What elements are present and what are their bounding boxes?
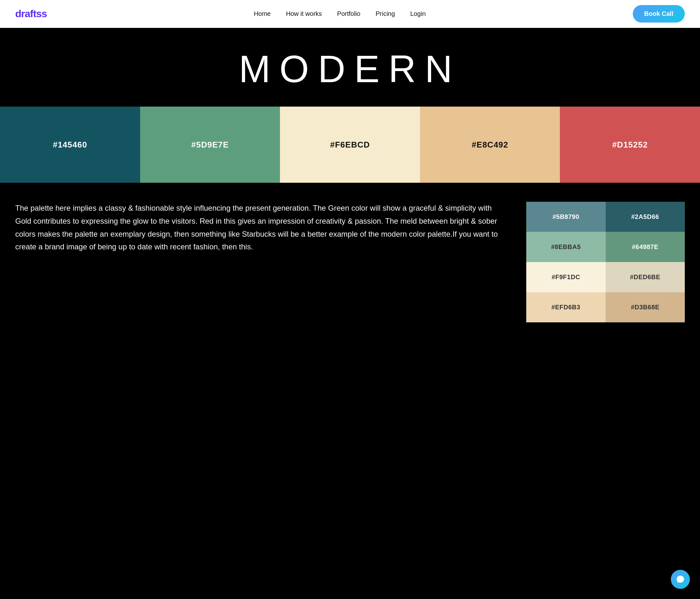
- nav-home[interactable]: Home: [254, 10, 271, 17]
- palette-swatch-label: #F6EBCD: [330, 140, 370, 150]
- navbar: draftss Home How it works Portfolio Pric…: [0, 0, 700, 28]
- hero-title: MODERN: [0, 47, 700, 91]
- color-grid: #5B8790#2A5D66#8EBBA5#64987E#F9F1DC#DED6…: [526, 202, 685, 322]
- hero-section: MODERN: [0, 28, 700, 106]
- nav-links: Home How it works Portfolio Pricing Logi…: [254, 10, 426, 18]
- nav-login[interactable]: Login: [410, 10, 426, 17]
- color-grid-cell: #2A5D66: [605, 202, 685, 232]
- color-grid-cell: #64987E: [605, 232, 685, 262]
- book-call-button[interactable]: Book Call: [633, 5, 685, 23]
- content-section: The palette here implies a classy & fash…: [0, 183, 700, 341]
- color-grid-area: #5B8790#2A5D66#8EBBA5#64987E#F9F1DC#DED6…: [526, 202, 685, 322]
- palette-swatch-label: #D15252: [612, 140, 648, 150]
- color-grid-cell: #DED6BE: [605, 262, 685, 292]
- palette-swatch-label: #E8C492: [472, 140, 508, 150]
- palette-swatch: #E8C492: [420, 106, 560, 183]
- palette-swatch-label: #5D9E7E: [191, 140, 229, 150]
- nav-pricing[interactable]: Pricing: [376, 10, 395, 17]
- logo: draftss: [15, 8, 47, 20]
- palette-strip: #145460#5D9E7E#F6EBCD#E8C492#D15252: [0, 106, 700, 183]
- palette-swatch: #F6EBCD: [280, 106, 420, 183]
- palette-swatch-label: #145460: [53, 140, 87, 150]
- palette-swatch: #5D9E7E: [140, 106, 280, 183]
- palette-swatch: #145460: [0, 106, 140, 183]
- color-grid-cell: #EFD6B3: [526, 292, 605, 322]
- color-grid-cell: #5B8790: [526, 202, 605, 232]
- nav-portfolio[interactable]: Portfolio: [337, 10, 360, 17]
- palette-swatch: #D15252: [560, 106, 700, 183]
- color-grid-cell: #D3B68E: [605, 292, 685, 322]
- nav-how-it-works[interactable]: How it works: [286, 10, 322, 17]
- color-grid-cell: #8EBBA5: [526, 232, 605, 262]
- color-grid-cell: #F9F1DC: [526, 262, 605, 292]
- content-text: The palette here implies a classy & fash…: [15, 202, 507, 322]
